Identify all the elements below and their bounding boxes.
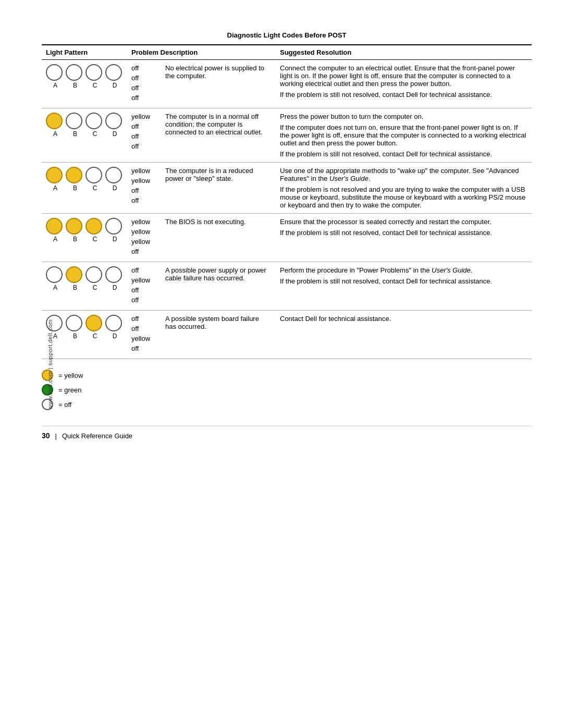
light-label-B: B (67, 130, 83, 138)
light-label-D: D (106, 332, 123, 340)
light-D (105, 113, 122, 129)
color-label: off (131, 142, 157, 150)
color-cell: offoffoffoff (127, 60, 161, 108)
page-container: www.dell.com | support.dell.com Diagnost… (0, 0, 563, 728)
table-row: ABCDoffoffyellowoffA possible system boa… (42, 311, 532, 359)
resolution-paragraph: Ensure that the processor is seated corr… (280, 218, 528, 226)
color-cell: yellowoffoffoff (127, 108, 161, 163)
page-title: Diagnostic Light Codes Before POST (42, 31, 532, 39)
resolution-paragraph: If the problem is still not resolved, co… (280, 91, 528, 98)
resolution-cell: Perform the procedure in "Power Problems… (276, 262, 532, 311)
problem-cell: A possible power supply or power cable f… (161, 262, 276, 311)
light-label-C: C (87, 284, 103, 291)
light-label-A: A (47, 236, 64, 243)
legend-yellow: = yellow (42, 369, 532, 381)
light-label-D: D (106, 82, 123, 89)
resolution-paragraph: If the problem is still not resolved, co… (280, 277, 528, 285)
light-label-C: C (87, 82, 103, 89)
light-labels: ABCD (46, 130, 123, 138)
color-label: off (131, 266, 157, 274)
light-pattern-cell: ABCD (42, 311, 127, 359)
color-label: off (131, 132, 157, 140)
light-label-A: A (47, 184, 64, 192)
light-B (66, 266, 82, 283)
color-label: yellow (131, 113, 157, 120)
side-text: www.dell.com | support.dell.com (47, 319, 53, 409)
color-label: off (131, 74, 157, 82)
table-row: ABCDyellowyellowoffoffThe computer is in… (42, 163, 532, 214)
lights-display (46, 64, 123, 81)
resolution-paragraph: Perform the procedure in "Power Problems… (280, 266, 528, 274)
light-pattern-cell: ABCD (42, 60, 127, 108)
light-labels: ABCD (46, 236, 123, 243)
color-label: off (131, 64, 157, 72)
color-label: yellow (131, 218, 157, 226)
light-B (66, 218, 82, 235)
light-D (105, 64, 122, 81)
problem-cell: The BIOS is not executing. (161, 214, 276, 262)
light-C (85, 315, 102, 331)
color-label: off (131, 286, 157, 294)
light-A (46, 64, 63, 81)
light-label-C: C (87, 332, 103, 340)
lights-display (46, 113, 123, 129)
light-label-C: C (87, 130, 103, 138)
color-cell: yellowyellowyellowoff (127, 214, 161, 262)
light-pattern-cell: ABCD (42, 163, 127, 214)
color-label: off (131, 84, 157, 92)
light-label-B: B (67, 284, 83, 291)
light-pattern-cell: ABCD (42, 108, 127, 163)
page-footer: 30 | Quick Reference Guide (42, 426, 532, 440)
light-label-D: D (106, 236, 123, 243)
legend-green: = green (42, 384, 532, 396)
col-header-resolution: Suggested Resolution (276, 45, 532, 60)
resolution-paragraph: Press the power button to turn the compu… (280, 113, 528, 120)
light-label-B: B (67, 236, 83, 243)
color-label: off (131, 122, 157, 130)
light-label-D: D (106, 284, 123, 291)
light-D (105, 218, 122, 235)
light-B (66, 315, 82, 331)
light-C (85, 167, 102, 183)
light-label-D: D (106, 130, 123, 138)
light-label-A: A (47, 284, 64, 291)
footer-separator: | (55, 432, 57, 440)
light-label-B: B (67, 82, 83, 89)
color-cell: yellowyellowoffoff (127, 163, 161, 214)
problem-cell: The computer is in a reduced power or "s… (161, 163, 276, 214)
color-label: off (131, 248, 157, 255)
light-label-D: D (106, 184, 123, 192)
diagnostic-table: Light Pattern Problem Description Sugges… (42, 44, 532, 359)
resolution-cell: Contact Dell for technical assistance. (276, 311, 532, 359)
table-row: ABCDoffyellowoffoffA possible power supp… (42, 262, 532, 311)
color-label: yellow (131, 276, 157, 284)
table-row: ABCDyellowoffoffoffThe computer is in a … (42, 108, 532, 163)
col-header-light-pattern: Light Pattern (42, 45, 127, 60)
resolution-paragraph: If the problem is still not resolved, co… (280, 150, 528, 158)
color-label: yellow (131, 228, 157, 236)
lights-display (46, 218, 123, 235)
light-A (46, 218, 63, 235)
light-A (46, 113, 63, 129)
light-label-B: B (67, 184, 83, 192)
color-label: yellow (131, 335, 157, 342)
legend-section: = yellow = green = off (42, 369, 532, 410)
light-labels: ABCD (46, 332, 123, 340)
light-pattern-cell: ABCD (42, 214, 127, 262)
color-label: off (131, 344, 157, 352)
lights-display (46, 266, 123, 283)
light-labels: ABCD (46, 284, 123, 291)
color-cell: offoffyellowoff (127, 311, 161, 359)
resolution-paragraph: Connect the computer to an electrical ou… (280, 64, 528, 88)
resolution-paragraph: Use one of the appropriate methods to "w… (280, 167, 528, 182)
light-B (66, 113, 82, 129)
light-D (105, 315, 122, 331)
problem-cell: The computer is in a normal off conditio… (161, 108, 276, 163)
color-label: off (131, 315, 157, 323)
resolution-cell: Ensure that the processor is seated corr… (276, 214, 532, 262)
light-pattern-cell: ABCD (42, 262, 127, 311)
light-label-A: A (47, 130, 64, 138)
color-label: off (131, 296, 157, 304)
color-label: yellow (131, 238, 157, 245)
light-labels: ABCD (46, 184, 123, 192)
